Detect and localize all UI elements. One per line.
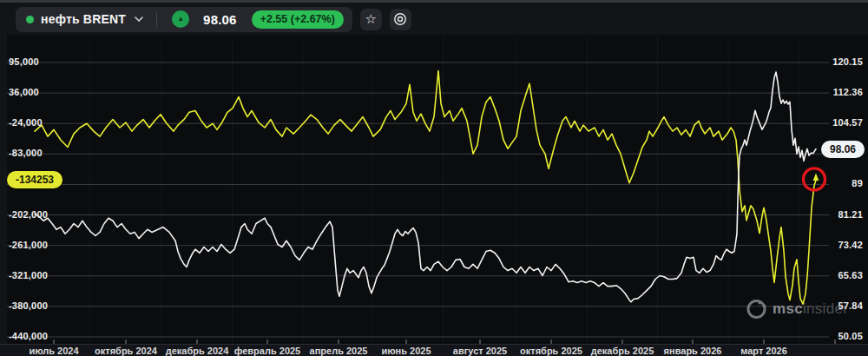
left-axis-label: -83,000 [9, 148, 43, 158]
chart-header: нефть BRENT ▲ 98.06 +2.55 (+2.67%) ☆ [0, 3, 868, 36]
star-icon: ☆ [365, 12, 377, 25]
right-axis-label: 65.63 [838, 270, 863, 280]
right-axis-label: 50.05 [838, 331, 863, 341]
right-axis-label: 120.15 [832, 56, 863, 67]
eye-icon [392, 11, 408, 27]
instrument-selector[interactable]: нефть BRENT ▲ 98.06 +2.55 (+2.67%) [16, 7, 352, 32]
month-label: октябрь 2025 [520, 346, 582, 356]
left-axis-label: -202,000 [9, 209, 48, 220]
price-up-icon: ▲ [172, 10, 189, 28]
month-label: июнь 2025 [381, 346, 431, 356]
left-axis-label: 36,000 [9, 87, 39, 97]
left-axis-label: -24,000 [9, 117, 43, 128]
right-axis-label: 104.57 [832, 117, 863, 128]
instrument-status-dot [26, 16, 34, 23]
left-axis-label: -321,000 [9, 270, 48, 280]
month-label: июль 2024 [29, 346, 78, 356]
month-label: февраль 2025 [234, 346, 300, 356]
right-axis-label: 112.36 [833, 87, 863, 97]
right-axis-label: 81.21 [838, 209, 863, 220]
month-label: апрель 2025 [310, 346, 368, 356]
price-change-badge: +2.55 (+2.67%) [252, 10, 344, 29]
chevron-down-icon[interactable] [135, 16, 143, 22]
current-value-badge-left: -134253 [7, 171, 62, 188]
month-label: декабрь 2025 [591, 346, 654, 356]
left-axis-label: 95,000 [9, 56, 39, 67]
month-label: октябрь 2024 [95, 346, 157, 356]
header-divider [156, 12, 157, 27]
instrument-name: нефть BRENT [41, 12, 126, 26]
current-value-badge-right: 98.06 [821, 141, 865, 158]
left-axis-label: -261,000 [9, 240, 48, 250]
trading-chart-app: нефть BRENT ▲ 98.06 +2.55 (+2.67%) ☆ [0, 0, 868, 356]
left-axis-label: -440,000 [9, 331, 48, 341]
right-axis-label: 73.42 [838, 240, 863, 250]
month-label: январь 2026 [664, 346, 722, 356]
month-label: август 2025 [453, 346, 507, 356]
left-axis-label: -380,000 [9, 300, 48, 311]
watermark: mscinsider [745, 297, 848, 320]
watermark-text-bold: msc [773, 300, 803, 317]
right-axis-label: 89 [852, 178, 863, 188]
chart-canvas[interactable] [7, 35, 868, 344]
month-label: декабрь 2024 [166, 346, 229, 356]
month-label: март 2026 [740, 346, 787, 356]
last-price: 98.06 [203, 12, 237, 27]
favorite-button[interactable]: ☆ [360, 9, 382, 30]
msc-logo-icon [745, 297, 768, 320]
watch-button[interactable] [390, 9, 411, 30]
right-axis-label: 57.84 [838, 300, 863, 311]
